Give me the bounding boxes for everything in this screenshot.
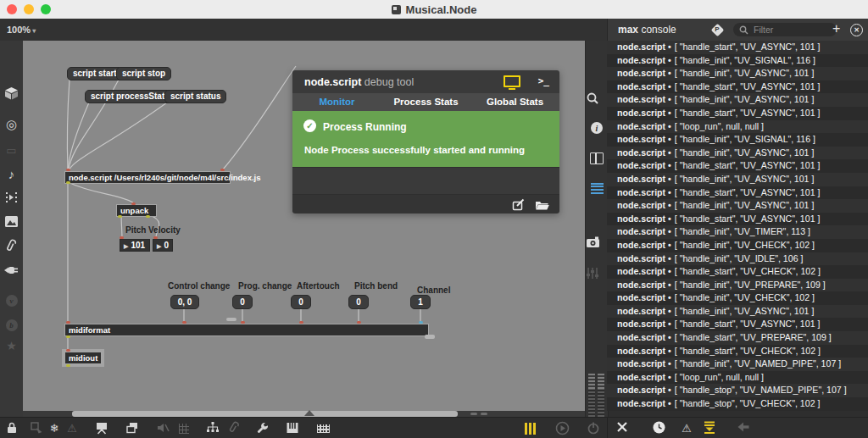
object-unpack[interactable]: unpack — [116, 204, 157, 217]
console-log-row[interactable]: node.script •[ "handle_init", "UV_IDLE",… — [607, 252, 868, 266]
beap-icon[interactable]: b — [0, 316, 23, 331]
terminal-icon[interactable]: >_ — [538, 75, 549, 86]
open-folder-icon[interactable] — [535, 199, 549, 210]
object-probe-icon[interactable]: P — [711, 23, 725, 36]
panel-icon[interactable]: ▭ — [0, 144, 23, 157]
monitor-icon[interactable] — [504, 75, 520, 87]
console-log-row[interactable]: node.script •[ "handle_stop", "UV_CHECK"… — [607, 397, 868, 411]
back-arrow-icon[interactable] — [737, 421, 752, 435]
console-log-row[interactable]: node.script •[ "handle_init", "UV_ASYNC"… — [607, 147, 868, 160]
console-log-row[interactable]: node.script •[ "handle_init", "UV_CHECK"… — [607, 239, 868, 252]
console-list-icon[interactable] — [586, 183, 608, 194]
console-log-row[interactable]: node.script •[ "handle_init", "UV_NAMED_… — [607, 358, 868, 371]
snapshot-camera-icon[interactable] — [586, 236, 608, 248]
console-log-row[interactable]: node.script •[ "handle_start", "UV_ASYNC… — [607, 107, 868, 120]
plug-icon[interactable] — [0, 263, 23, 277]
hierarchy-icon[interactable] — [206, 421, 221, 435]
image-icon[interactable] — [0, 215, 23, 228]
music-note-icon[interactable]: ♪ — [0, 167, 23, 181]
autoscroll-icon[interactable] — [704, 421, 719, 435]
console-log-row[interactable]: node.script •[ "handle_start", "UV_ASYNC… — [607, 41, 868, 54]
attach-paperclip-icon[interactable] — [227, 421, 242, 435]
channel-value[interactable]: 1 — [410, 295, 431, 309]
console-log-row[interactable]: node.script •[ "handle_start", "UV_CHECK… — [607, 265, 868, 279]
console-log-row[interactable]: node.script •[ "handle_init", "UV_PREPAR… — [607, 279, 868, 292]
presentation-icon[interactable] — [95, 421, 110, 435]
console-log-row[interactable]: node.script •[ "handle_init", "UV_ASYNC"… — [607, 67, 868, 80]
mute-speaker-icon[interactable] — [156, 421, 171, 435]
close-console-icon[interactable]: ✕ — [850, 24, 863, 36]
object-node-script[interactable]: node.script /Users/rl240s/git/node/m4l/s… — [64, 171, 231, 184]
prog-change-value[interactable]: 0 — [232, 295, 253, 309]
select-cursor-icon[interactable] — [30, 421, 45, 435]
reference-columns-icon[interactable] — [586, 152, 608, 164]
toolbar-reveal-arrow[interactable] — [304, 410, 314, 416]
package-icon[interactable] — [0, 86, 23, 100]
run-play-icon[interactable] — [555, 421, 570, 435]
paperclip-icon[interactable] — [0, 239, 23, 253]
message-script-stop[interactable]: script stop — [116, 67, 171, 80]
zoom-control[interactable]: 100%▾ — [7, 25, 36, 35]
freeze-snowflake-icon[interactable]: ❄ — [47, 421, 62, 435]
velocity-label: Velocity — [148, 225, 181, 235]
object-midiout[interactable]: midiout — [64, 352, 102, 364]
warning-icon[interactable]: ⚠ — [64, 421, 80, 435]
aftertouch-value[interactable]: 0 — [291, 295, 311, 309]
errors-warning-icon[interactable]: ⚠ — [679, 421, 694, 435]
velocity-number-box[interactable]: ▶0 — [153, 239, 173, 252]
tab-monitor[interactable]: Monitor — [292, 93, 381, 111]
console-log-row[interactable]: node.script •[ "handle_start", "UV_ASYNC… — [607, 318, 868, 331]
power-icon[interactable] — [587, 421, 602, 435]
console-log-row[interactable]: node.script •[ "handle_start", "UV_PREPA… — [607, 331, 868, 345]
console-log-row[interactable]: node.script •[ "handle_init", "UV_CHECK"… — [607, 291, 868, 305]
console-log-row[interactable]: node.script •[ "handle_init", "UV_TIMER"… — [607, 225, 868, 239]
target-icon[interactable]: ◎ — [0, 117, 23, 132]
layers-icon[interactable] — [125, 421, 141, 435]
console-log-row[interactable]: node.script •[ "handle_init", "UV_ASYNC"… — [607, 93, 868, 107]
add-console-tab-icon[interactable]: + — [832, 21, 840, 36]
info-icon[interactable]: i — [586, 122, 608, 134]
console-log-row[interactable]: node.script •[ "handle_init", "UV_SIGNAL… — [607, 54, 868, 68]
message-script-start[interactable]: script start — [67, 67, 123, 80]
console-log-row[interactable]: node.script •[ "handle_start", "UV_CHECK… — [607, 345, 868, 358]
console-log[interactable]: node.script •[ "handle_start", "UV_ASYNC… — [607, 41, 868, 411]
search-icon[interactable] — [586, 91, 608, 105]
console-log-row[interactable]: node.script •[ "handle_start", "UV_ASYNC… — [607, 213, 868, 226]
horizontal-scrollbar-thumb[interactable] — [72, 411, 458, 417]
edit-script-icon[interactable] — [512, 198, 526, 212]
clock-icon[interactable] — [653, 421, 668, 435]
cpu-levels-icon[interactable] — [523, 421, 538, 435]
console-log-row[interactable]: node.script •[ "handle_init", "UV_ASYNC"… — [607, 173, 868, 186]
patcher-canvas[interactable]: script start script stop script processS… — [23, 41, 585, 417]
midi-routing-icon[interactable] — [0, 191, 23, 203]
tab-global-stats[interactable]: Global Stats — [470, 93, 559, 111]
tab-process-stats[interactable]: Process Stats — [381, 93, 470, 111]
outlet-dot — [66, 181, 70, 184]
prog-change-label: Prog. change — [238, 281, 292, 291]
lock-icon[interactable] — [5, 421, 20, 435]
grid-icon[interactable] — [176, 421, 192, 435]
favorites-star-icon[interactable]: ★ — [0, 339, 23, 352]
object-midiformat[interactable]: midiformat — [64, 324, 429, 336]
console-log-row[interactable]: node.script •[ "handle_init", "UV_ASYNC"… — [607, 305, 868, 319]
pitch-bend-value[interactable]: 0 — [348, 295, 369, 309]
qwerty-keyboard-icon[interactable] — [315, 421, 331, 435]
piano-keys-icon[interactable] — [286, 421, 301, 435]
filter-input[interactable] — [752, 24, 823, 36]
console-log-row[interactable]: node.script •[ "loop_run", null, null ] — [607, 120, 868, 134]
console-log-row[interactable]: node.script •[ "handle_start", "UV_ASYNC… — [607, 159, 868, 173]
vizzie-icon[interactable]: v — [0, 291, 23, 307]
console-log-row[interactable]: node.script •[ "handle_init", "UV_SIGNAL… — [607, 133, 868, 147]
console-log-row[interactable]: node.script •[ "loop_run", null, null ] — [607, 371, 868, 385]
wrench-icon[interactable] — [256, 421, 271, 435]
clear-console-icon[interactable] — [616, 421, 632, 435]
message-script-status[interactable]: script status — [164, 90, 226, 103]
pitch-number-box[interactable]: ▶101 — [120, 239, 150, 252]
filters-sliders-icon[interactable] — [586, 267, 608, 280]
control-change-value[interactable]: 0, 0 — [170, 295, 199, 309]
console-log-row[interactable]: node.script •[ "handle_stop", "UV_NAMED_… — [607, 384, 868, 397]
console-log-row[interactable]: node.script •[ "handle_init", "UV_ASYNC"… — [607, 199, 868, 213]
console-log-row[interactable]: node.script •[ "handle_start", "UV_ASYNC… — [607, 80, 868, 94]
debug-tool-header[interactable]: node.script debug tool >_ — [292, 70, 559, 93]
console-log-row[interactable]: node.script •[ "handle_start", "UV_ASYNC… — [607, 186, 868, 200]
